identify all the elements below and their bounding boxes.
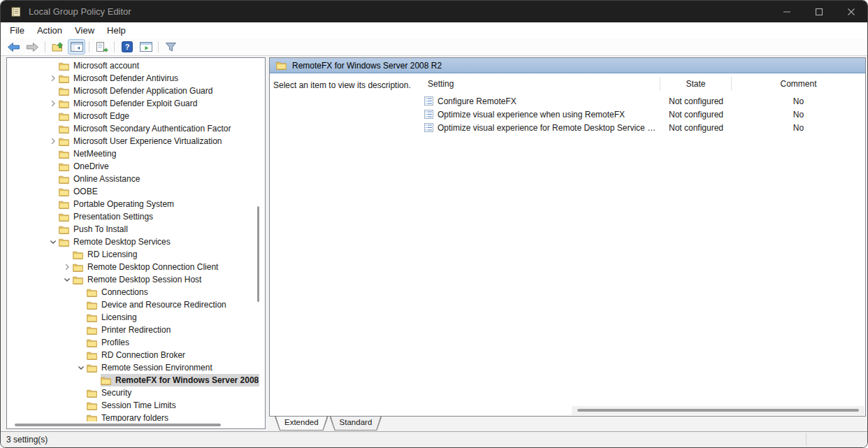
folder-icon: [59, 74, 71, 83]
tree-item[interactable]: RD Connection Broker: [7, 349, 259, 361]
detail-header-title: RemoteFX for Windows Server 2008 R2: [287, 61, 442, 71]
expander-icon[interactable]: [48, 136, 59, 147]
toolbar-export-list-button[interactable]: [93, 39, 110, 55]
menu-help[interactable]: Help: [101, 23, 132, 38]
tab-label: Extended: [275, 417, 328, 428]
tree-item[interactable]: Presentation Settings: [7, 210, 259, 223]
tree-item[interactable]: Session Time Limits: [7, 399, 259, 412]
tab-label: Standard: [330, 417, 382, 428]
tree-item[interactable]: Profiles: [7, 336, 259, 349]
tree-item-label: Connections: [99, 287, 148, 297]
tree-item-label: Online Assistance: [71, 174, 140, 184]
expander-icon: [75, 337, 87, 348]
expander-icon[interactable]: [48, 236, 59, 247]
setting-row[interactable]: Optimize visual experience for Remote De…: [421, 121, 865, 134]
folder-icon: [87, 338, 99, 347]
expander-icon: [48, 186, 59, 197]
column-header-comment[interactable]: Comment: [732, 77, 865, 91]
tree-item[interactable]: Microsoft Secondary Authentication Facto…: [7, 122, 259, 135]
expander-icon[interactable]: [75, 362, 87, 373]
tree-item[interactable]: Licensing: [7, 311, 259, 324]
svg-text:?: ?: [124, 43, 129, 51]
horizontal-scrollbar-thumb[interactable]: [577, 409, 859, 412]
toolbar-show-console-tree-button[interactable]: [68, 39, 85, 55]
expander-icon: [75, 312, 87, 323]
vertical-scrollbar-thumb[interactable]: [257, 206, 259, 302]
filter-icon: [165, 42, 177, 52]
window-title: Local Group Policy Editor: [29, 6, 131, 17]
tree-item[interactable]: NetMeeting: [7, 147, 259, 160]
folder-icon: [87, 313, 99, 322]
tree-item[interactable]: Security: [7, 386, 259, 399]
folder-icon: [101, 376, 113, 385]
expander-icon: [48, 110, 59, 122]
maximize-icon: [815, 8, 823, 16]
toolbar-back-button[interactable]: [5, 39, 22, 55]
tree-item[interactable]: RemoteFX for Windows Server 2008 R2: [7, 374, 259, 386]
setting-state: Not configured: [660, 110, 732, 120]
tree-item[interactable]: Microsoft Edge: [7, 110, 259, 122]
column-header-setting[interactable]: Setting: [421, 77, 660, 91]
expander-icon: [48, 211, 59, 222]
setting-name: Optimize visual experience when using Re…: [433, 110, 625, 120]
toolbar-new-window-button[interactable]: [137, 39, 154, 55]
toolbar-up-one-level-button[interactable]: [49, 39, 66, 55]
tree-item[interactable]: Microsoft User Experience Virtualization: [7, 135, 259, 147]
tree-item[interactable]: OneDrive: [7, 160, 259, 173]
menu-action[interactable]: Action: [31, 23, 68, 38]
close-button[interactable]: [835, 1, 867, 22]
tab-standard[interactable]: Standard: [330, 417, 382, 431]
menu-file[interactable]: File: [3, 23, 31, 38]
menubar: File Action View Help: [1, 22, 867, 38]
toolbar-separator: [114, 41, 115, 52]
local-group-policy-editor-window: Local Group Policy Editor File Action Vi…: [0, 0, 868, 448]
menu-view[interactable]: View: [68, 23, 101, 38]
tree-item-label: Microsoft Defender Application Guard: [71, 86, 212, 96]
expander-icon[interactable]: [48, 73, 59, 84]
new-window-icon: [140, 42, 152, 52]
minimize-button[interactable]: [771, 1, 803, 22]
tree-item[interactable]: Printer Redirection: [7, 324, 259, 336]
tree-item[interactable]: Remote Desktop Services: [7, 236, 259, 248]
tree-item[interactable]: Remote Desktop Connection Client: [7, 261, 259, 273]
tree-item-label: Portable Operating System: [71, 199, 174, 209]
tree-item[interactable]: Connections: [7, 286, 259, 298]
expander-icon: [89, 375, 101, 386]
setting-row[interactable]: Optimize visual experience when using Re…: [421, 108, 865, 121]
tree-item-label: Session Time Limits: [99, 400, 176, 410]
tree-item[interactable]: Microsoft account: [7, 59, 259, 72]
horizontal-scrollbar-thumb[interactable]: [15, 424, 221, 426]
tree-item[interactable]: Portable Operating System: [7, 198, 259, 210]
tree-item[interactable]: Remote Session Environment: [7, 361, 259, 374]
tree-item[interactable]: RD Licensing: [7, 248, 259, 261]
tree-item[interactable]: Temporary folders: [7, 412, 259, 421]
maximize-button[interactable]: [803, 1, 835, 22]
expander-icon[interactable]: [62, 274, 73, 285]
tree-item[interactable]: OOBE: [7, 185, 259, 198]
toolbar-separator: [158, 41, 159, 52]
toolbar-filter-button[interactable]: [162, 39, 180, 55]
expander-icon: [48, 198, 59, 210]
setting-comment: No: [732, 123, 865, 133]
tree-item-label: Microsoft User Experience Virtualization: [71, 136, 222, 146]
folder-icon: [59, 187, 71, 196]
tab-extended[interactable]: Extended: [275, 417, 328, 431]
setting-row[interactable]: Configure RemoteFXNot configuredNo: [421, 94, 865, 108]
toolbar-help-button[interactable]: ?: [118, 39, 136, 55]
expander-icon: [75, 400, 87, 411]
tree-item[interactable]: Online Assistance: [7, 173, 259, 185]
tree-item[interactable]: Microsoft Defender Application Guard: [7, 85, 259, 97]
tree-item[interactable]: Remote Desktop Session Host: [7, 273, 259, 286]
expander-icon[interactable]: [48, 98, 59, 109]
statusbar-text: 3 setting(s): [6, 435, 48, 445]
column-header-state[interactable]: State: [660, 77, 732, 91]
expander-icon[interactable]: [62, 261, 73, 273]
tree-item-label: RD Licensing: [85, 250, 137, 259]
toolbar-forward-button[interactable]: [24, 39, 41, 55]
policy-setting-icon: [424, 96, 433, 106]
tree-item[interactable]: Device and Resource Redirection: [7, 298, 259, 311]
tree-item[interactable]: Push To Install: [7, 223, 259, 236]
tree-item[interactable]: Microsoft Defender Exploit Guard: [7, 97, 259, 110]
tree-item[interactable]: Microsoft Defender Antivirus: [7, 72, 259, 85]
expander-icon: [48, 161, 59, 172]
